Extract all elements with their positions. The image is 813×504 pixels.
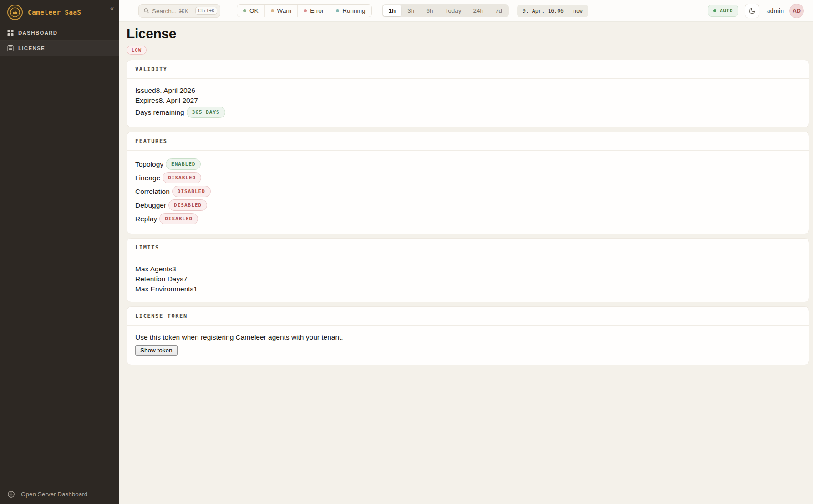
validity-card-body: Issued8. April 2026 Expires8. April 2027…: [127, 79, 809, 127]
filter-ok-button[interactable]: OK: [237, 5, 265, 17]
time-separator: –: [567, 8, 570, 14]
features-card-header: FEATURES: [127, 132, 809, 151]
validity-row-days-remaining: Days remaining 365 DAYS: [135, 107, 801, 118]
sidebar: Cameleer SaaS « DASHBOARD: [0, 0, 119, 504]
filter-error-button[interactable]: Error: [298, 5, 330, 17]
warn-status-dot: [271, 9, 274, 12]
row-label: Debugger: [135, 201, 166, 209]
validity-card-header: VALIDITY: [127, 60, 809, 79]
filter-running-button[interactable]: Running: [330, 5, 371, 17]
license-token-card-body: Use this token when registering Cameleer…: [127, 326, 809, 365]
row-label: Lineage: [135, 174, 160, 182]
license-doc-icon: [7, 45, 14, 52]
license-token-card: LICENSE TOKEN Use this token when regist…: [127, 306, 809, 365]
time-range-today-button[interactable]: Today: [439, 5, 467, 16]
filter-label: OK: [249, 7, 259, 14]
time-range-display[interactable]: 9. Apr. 16:06 – now: [517, 5, 588, 17]
row-label: Topology: [135, 160, 163, 168]
auto-label: AUTO: [720, 8, 733, 14]
grid-icon: [7, 29, 14, 36]
limit-row-max-environments: Max Environments1: [135, 285, 801, 293]
filter-label: Error: [310, 7, 324, 14]
time-from: 9. Apr. 16:06: [523, 8, 564, 14]
row-label: Max Environments: [135, 285, 193, 293]
row-label: Expires: [135, 97, 159, 104]
topbar: Search... ⌘K Ctrl+K OK Warn Error Runnin…: [119, 0, 813, 22]
error-status-dot: [304, 9, 307, 12]
feature-status-badge: DISABLED: [172, 186, 211, 197]
validity-card: VALIDITY Issued8. April 2026 Expires8. A…: [127, 60, 809, 127]
auto-refresh-toggle[interactable]: AUTO: [708, 5, 738, 17]
feature-status-badge: DISABLED: [163, 172, 201, 183]
row-label: Retention Days: [135, 275, 183, 283]
sidebar-item-label: LICENSE: [18, 46, 45, 51]
token-description: Use this token when registering Cameleer…: [135, 333, 801, 341]
moon-icon: [748, 7, 756, 15]
open-server-dashboard-link[interactable]: Open Server Dashboard: [0, 484, 119, 504]
sidebar-collapse-icon[interactable]: «: [110, 5, 114, 11]
feature-row-replay: Replay DISABLED: [135, 213, 801, 224]
search-placeholder: Search... ⌘K: [152, 7, 188, 15]
sidebar-item-dashboard[interactable]: DASHBOARD: [0, 25, 119, 41]
feature-row-correlation: Correlation DISABLED: [135, 186, 801, 197]
row-value: 8. April 2026: [156, 87, 195, 94]
days-remaining-badge: 365 DAYS: [187, 107, 225, 118]
license-token-card-header: LICENSE TOKEN: [127, 307, 809, 326]
row-label: Days remaining: [135, 108, 184, 116]
dark-mode-toggle[interactable]: [745, 4, 759, 18]
open-server-dashboard-label: Open Server Dashboard: [21, 491, 87, 498]
row-value: 1: [193, 285, 198, 293]
feature-row-debugger: Debugger DISABLED: [135, 199, 801, 211]
row-label: Replay: [135, 215, 157, 223]
time-range-7d-button[interactable]: 7d: [489, 5, 508, 16]
app-title: Cameleer SaaS: [28, 9, 81, 16]
limits-card: LIMITS Max Agents3 Retention Days7 Max E…: [127, 238, 809, 302]
sidebar-item-license[interactable]: LICENSE: [0, 41, 119, 56]
row-value: 7: [183, 275, 188, 283]
app-logo-icon: [7, 5, 23, 20]
limits-card-header: LIMITS: [127, 239, 809, 257]
search-icon: [143, 8, 149, 14]
filter-label: Running: [342, 7, 365, 14]
feature-status-badge: DISABLED: [159, 213, 198, 224]
search-input[interactable]: Search... ⌘K Ctrl+K: [138, 4, 220, 18]
globe-plus-icon: [7, 490, 15, 498]
validity-row-issued: Issued8. April 2026: [135, 87, 801, 94]
limit-row-max-agents: Max Agents3: [135, 265, 801, 273]
row-label: Issued: [135, 87, 156, 94]
validity-row-expires: Expires8. April 2027: [135, 97, 801, 104]
features-card: FEATURES Topology ENABLED Lineage DISABL…: [127, 132, 809, 234]
user-avatar[interactable]: AD: [789, 4, 804, 18]
show-token-button[interactable]: Show token: [135, 345, 178, 356]
features-card-body: Topology ENABLED Lineage DISABLED Correl…: [127, 151, 809, 234]
time-range-6h-button[interactable]: 6h: [420, 5, 439, 16]
license-page: License LOW VALIDITY Issued8. April 2026…: [119, 22, 813, 504]
status-filter-group: OK Warn Error Running: [237, 4, 372, 17]
ok-status-dot: [243, 9, 246, 12]
page-title: License: [127, 26, 809, 41]
time-to: now: [573, 8, 583, 14]
row-value: 3: [172, 265, 176, 273]
time-range-1h-button[interactable]: 1h: [383, 5, 402, 16]
row-label: Correlation: [135, 188, 170, 195]
running-status-dot: [336, 9, 339, 12]
main-area: Search... ⌘K Ctrl+K OK Warn Error Runnin…: [119, 0, 813, 504]
feature-status-badge: ENABLED: [166, 158, 201, 170]
feature-status-badge: DISABLED: [168, 199, 207, 211]
limits-card-body: Max Agents3 Retention Days7 Max Environm…: [127, 257, 809, 302]
limit-row-retention-days: Retention Days7: [135, 275, 801, 283]
row-value: 8. April 2027: [159, 97, 198, 104]
time-range-3h-button[interactable]: 3h: [401, 5, 420, 16]
filter-warn-button[interactable]: Warn: [265, 5, 298, 17]
row-label: Max Agents: [135, 265, 172, 273]
feature-row-topology: Topology ENABLED: [135, 158, 801, 170]
sidebar-nav: DASHBOARD LICENSE: [0, 25, 119, 56]
sidebar-item-label: DASHBOARD: [18, 30, 57, 36]
sidebar-header: Cameleer SaaS «: [0, 0, 119, 25]
time-range-24h-button[interactable]: 24h: [467, 5, 489, 16]
feature-row-lineage: Lineage DISABLED: [135, 172, 801, 183]
username-label: admin: [767, 7, 784, 15]
license-level-badge: LOW: [127, 46, 147, 55]
time-range-group: 1h 3h 6h Today 24h 7d: [382, 4, 509, 17]
auto-status-dot: [713, 9, 716, 12]
